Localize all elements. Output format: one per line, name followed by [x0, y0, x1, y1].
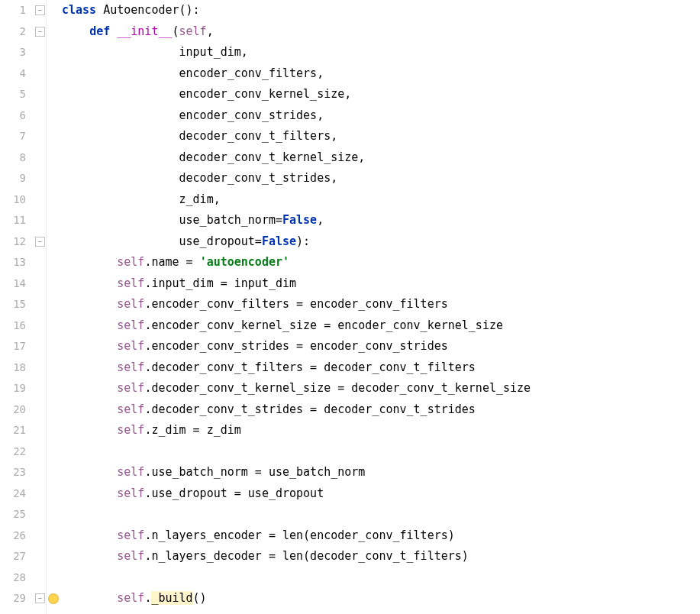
- code-token: .decoder_conv_t_filters = decoder_conv_t…: [144, 360, 475, 374]
- code-line[interactable]: def __init__(self,: [62, 21, 700, 43]
- code-token: encoder_conv_kernel_size,: [62, 87, 351, 101]
- code-area[interactable]: class Autoencoder(): def __init__(self, …: [60, 0, 700, 614]
- code-token: [62, 486, 117, 500]
- code-token: self: [117, 423, 144, 437]
- code-line[interactable]: encoder_conv_strides,: [62, 105, 700, 127]
- intention-bulb-icon[interactable]: [48, 593, 59, 604]
- code-token: class: [62, 3, 103, 17]
- line-number: 21: [0, 420, 26, 441]
- code-token: self: [179, 24, 207, 38]
- code-token: use_dropout=: [62, 234, 262, 248]
- code-token: ,: [207, 24, 214, 38]
- code-token: encoder_conv_strides,: [62, 108, 324, 122]
- code-line[interactable]: self.z_dim = z_dim: [62, 420, 700, 441]
- code-token: self: [117, 255, 144, 269]
- code-token: __init__: [117, 24, 172, 38]
- code-token: self: [117, 591, 144, 605]
- code-editor: 1234567891011121314151617181920212223242…: [0, 0, 700, 614]
- code-line[interactable]: self.encoder_conv_filters = encoder_conv…: [62, 294, 700, 315]
- code-token: self: [117, 276, 144, 290]
- code-line[interactable]: self.decoder_conv_t_filters = decoder_co…: [62, 357, 700, 379]
- code-line[interactable]: self.n_layers_encoder = len(encoder_conv…: [62, 525, 700, 547]
- code-line[interactable]: use_batch_norm=False,: [62, 210, 700, 231]
- code-line[interactable]: class Autoencoder():: [62, 0, 700, 21]
- code-token: .decoder_conv_t_kernel_size = decoder_co…: [144, 381, 531, 395]
- code-line[interactable]: self.use_dropout = use_dropout: [62, 483, 700, 505]
- fold-strip: −−−−: [35, 0, 47, 614]
- line-number: 19: [0, 378, 26, 399]
- code-token: .z_dim = z_dim: [144, 423, 240, 437]
- code-token: [62, 24, 89, 38]
- code-token: decoder_conv_t_kernel_size,: [62, 150, 365, 164]
- line-number: 5: [0, 84, 26, 105]
- code-token: [62, 318, 117, 332]
- code-line[interactable]: use_dropout=False):: [62, 231, 700, 253]
- fold-toggle-end-icon[interactable]: −: [35, 237, 45, 247]
- code-line[interactable]: encoder_conv_kernel_size,: [62, 84, 700, 105]
- code-token: (decoder_conv_t_filters): [303, 549, 469, 563]
- code-token: [62, 276, 117, 290]
- code-line[interactable]: self.decoder_conv_t_strides = decoder_co…: [62, 399, 700, 421]
- code-token: len: [282, 528, 303, 542]
- code-token: self: [117, 339, 144, 353]
- line-number: 9: [0, 168, 26, 189]
- code-token: .decoder_conv_t_strides = decoder_conv_t…: [144, 402, 475, 416]
- line-number: 18: [0, 357, 26, 379]
- code-token: decoder_conv_t_filters,: [62, 129, 337, 143]
- code-line[interactable]: self.encoder_conv_kernel_size = encoder_…: [62, 315, 700, 337]
- code-line[interactable]: decoder_conv_t_kernel_size,: [62, 147, 700, 169]
- code-line[interactable]: self.encoder_conv_strides = encoder_conv…: [62, 336, 700, 357]
- line-number: 28: [0, 567, 26, 589]
- line-number: 23: [0, 462, 26, 483]
- code-token: .use_batch_norm = use_batch_norm: [144, 465, 365, 479]
- line-number: 27: [0, 546, 26, 567]
- code-line[interactable]: self.n_layers_decoder = len(decoder_conv…: [62, 546, 700, 567]
- code-token: [62, 528, 117, 542]
- fold-toggle-icon[interactable]: −: [35, 27, 45, 37]
- code-token: .input_dim = input_dim: [144, 276, 296, 290]
- code-line[interactable]: [62, 441, 700, 463]
- code-token: 'autoencoder': [200, 255, 289, 269]
- code-line[interactable]: input_dim,: [62, 42, 700, 63]
- line-number: 6: [0, 105, 26, 127]
- code-token: Autoencoder():: [103, 3, 199, 17]
- code-token: [62, 423, 117, 437]
- line-number: 20: [0, 399, 26, 421]
- line-number: 14: [0, 273, 26, 295]
- code-token: .encoder_conv_filters = encoder_conv_fil…: [144, 297, 447, 311]
- fold-toggle-icon[interactable]: −: [35, 5, 45, 15]
- code-token: ,: [317, 213, 324, 227]
- code-line[interactable]: [62, 504, 700, 525]
- code-line[interactable]: [62, 567, 700, 589]
- code-token: (: [173, 24, 179, 38]
- line-number: 4: [0, 63, 26, 85]
- line-number: 26: [0, 525, 26, 547]
- code-token: self: [117, 381, 144, 395]
- line-number: 11: [0, 210, 26, 231]
- code-line[interactable]: encoder_conv_filters,: [62, 63, 700, 85]
- code-line[interactable]: z_dim,: [62, 189, 700, 211]
- code-line[interactable]: self.decoder_conv_t_kernel_size = decode…: [62, 378, 700, 399]
- code-token: self: [117, 402, 144, 416]
- code-token: .use_dropout = use_dropout: [144, 486, 324, 500]
- code-token: len: [282, 549, 303, 563]
- code-line[interactable]: decoder_conv_t_strides,: [62, 168, 700, 189]
- code-line[interactable]: self.input_dim = input_dim: [62, 273, 700, 295]
- code-token: [62, 591, 117, 605]
- code-token: self: [117, 297, 144, 311]
- code-token: self: [117, 465, 144, 479]
- code-token: .encoder_conv_kernel_size = encoder_conv…: [144, 318, 503, 332]
- code-token: self: [117, 360, 144, 374]
- annotation-margin: [47, 0, 60, 614]
- code-line[interactable]: self.use_batch_norm = use_batch_norm: [62, 462, 700, 483]
- code-line[interactable]: decoder_conv_t_filters,: [62, 126, 700, 147]
- code-token: False: [262, 234, 296, 248]
- fold-toggle-icon[interactable]: −: [35, 593, 45, 603]
- code-token: _build: [151, 591, 192, 605]
- code-token: self: [117, 549, 144, 563]
- line-number: 15: [0, 294, 26, 315]
- code-token: self: [117, 318, 144, 332]
- code-line[interactable]: self._build(): [62, 588, 700, 609]
- code-token: def: [89, 24, 117, 38]
- code-line[interactable]: self.name = 'autoencoder': [62, 252, 700, 273]
